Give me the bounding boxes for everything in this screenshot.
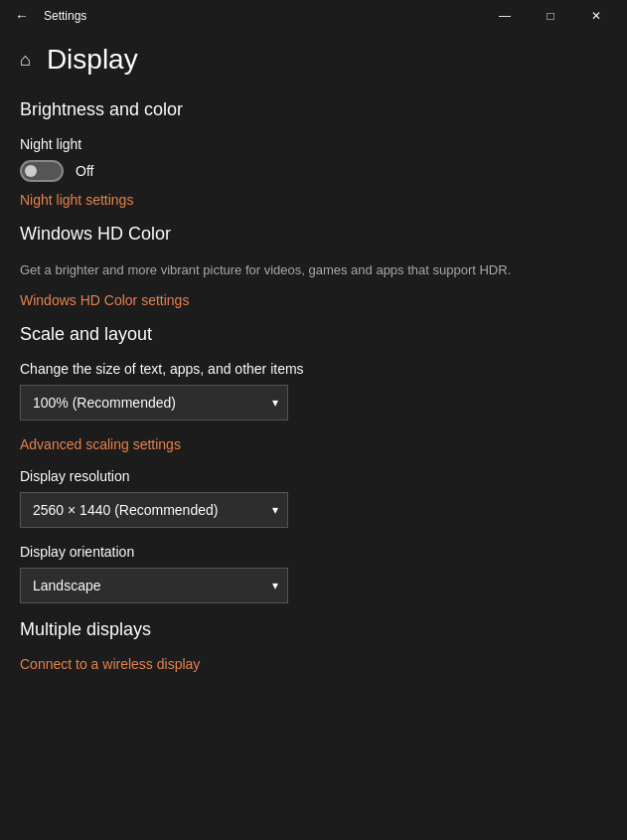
app-title: Settings [44, 9, 86, 23]
hdr-settings-link[interactable]: Windows HD Color settings [20, 292, 607, 308]
toggle-track [20, 160, 64, 182]
night-light-label: Night light [20, 136, 607, 152]
maximize-button[interactable]: □ [528, 0, 573, 32]
minimize-icon: — [499, 9, 511, 23]
advanced-scaling-link[interactable]: Advanced scaling settings [20, 436, 607, 452]
hdr-title: Windows HD Color [20, 224, 607, 245]
title-bar: ← Settings — □ ✕ [0, 0, 627, 32]
resolution-dropdown-value: 2560 × 1440 (Recommended) [33, 502, 218, 518]
hdr-section: Windows HD Color Get a brighter and more… [20, 224, 607, 308]
window-controls: — □ ✕ [482, 0, 619, 32]
orientation-label: Display orientation [20, 544, 607, 560]
multiple-displays-title: Multiple displays [20, 619, 607, 640]
hdr-description: Get a brighter and more vibrant picture … [20, 260, 607, 280]
close-button[interactable]: ✕ [573, 0, 619, 32]
resolution-dropdown[interactable]: 2560 × 1440 (Recommended) [20, 492, 288, 528]
close-icon: ✕ [591, 9, 601, 23]
back-button[interactable]: ← [8, 2, 36, 30]
night-light-state: Off [76, 163, 93, 179]
night-light-settings-link[interactable]: Night light settings [20, 192, 607, 208]
minimize-button[interactable]: — [482, 0, 528, 32]
page-title: Display [47, 44, 138, 76]
scale-dropdown-value: 100% (Recommended) [33, 395, 176, 411]
orientation-dropdown[interactable]: Landscape [20, 568, 288, 603]
scale-layout-section: Scale and layout Change the size of text… [20, 324, 607, 603]
wireless-display-link[interactable]: Connect to a wireless display [20, 656, 607, 672]
night-light-toggle[interactable] [20, 160, 64, 182]
back-icon: ← [15, 8, 29, 24]
scale-label: Change the size of text, apps, and other… [20, 361, 607, 377]
orientation-dropdown-container: Landscape ▾ [20, 568, 288, 603]
resolution-label: Display resolution [20, 468, 607, 484]
scale-dropdown[interactable]: 100% (Recommended) [20, 385, 288, 420]
page-header: ⌂ Display [0, 32, 627, 91]
content-area: Brightness and color Night light Off Nig… [0, 91, 627, 840]
night-light-toggle-row: Off [20, 160, 607, 182]
orientation-dropdown-value: Landscape [33, 578, 101, 593]
scale-layout-title: Scale and layout [20, 324, 607, 345]
multiple-displays-section: Multiple displays Connect to a wireless … [20, 619, 607, 672]
title-bar-left: ← Settings [0, 2, 86, 30]
home-icon: ⌂ [20, 50, 31, 71]
maximize-icon: □ [547, 9, 553, 23]
brightness-color-title: Brightness and color [20, 99, 607, 120]
resolution-dropdown-container: 2560 × 1440 (Recommended) ▾ [20, 492, 288, 528]
brightness-color-section: Brightness and color Night light Off Nig… [20, 99, 607, 208]
toggle-thumb [25, 165, 37, 177]
scale-dropdown-container: 100% (Recommended) ▾ [20, 385, 288, 420]
